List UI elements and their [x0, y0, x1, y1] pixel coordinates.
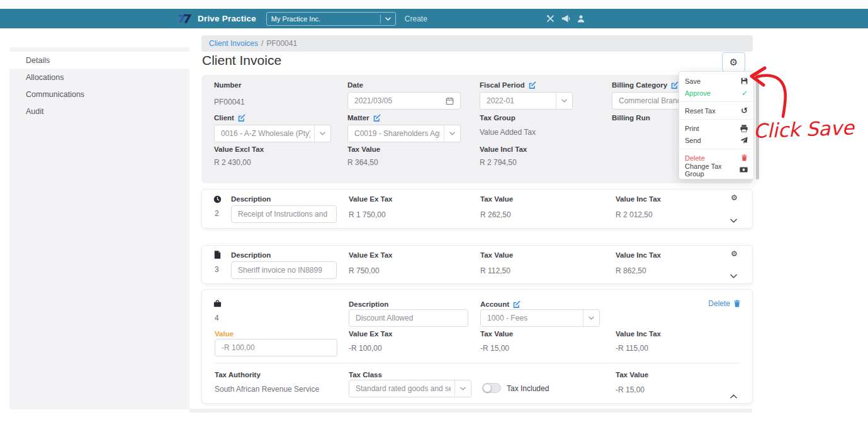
tax-value-label: Tax Value: [480, 195, 513, 203]
chevron-down-icon: [385, 17, 391, 21]
breadcrumb-link[interactable]: Client Invoices: [209, 39, 258, 48]
row-actions-gear-icon[interactable]: ⚙: [731, 249, 738, 258]
row-actions-gear-icon[interactable]: ⚙: [731, 193, 738, 202]
annotation-arrow: [757, 76, 786, 117]
chevron-down-icon: [444, 125, 460, 142]
line-item-card-2: 2 Description Value Ex Tax R 1 750,00 Ta…: [201, 189, 753, 229]
collapse-chevron-up-icon[interactable]: [730, 394, 737, 399]
menu-item-change-tax-group[interactable]: Change Tax Group: [679, 164, 753, 176]
sidebar-item-audit[interactable]: Audit: [9, 103, 189, 120]
selector-divider: [380, 14, 381, 23]
tax-class-select[interactable]: Standard rated goods and services -...: [349, 380, 471, 397]
account-label: Account: [480, 300, 521, 308]
description-input[interactable]: [231, 261, 337, 279]
account-select[interactable]: 1000 - Fees: [480, 309, 600, 327]
check-icon: ✓: [741, 89, 748, 98]
page-title: Client Invoice: [202, 53, 281, 68]
value-input[interactable]: [215, 339, 337, 356]
fiscal-period-select[interactable]: 2022-01: [480, 92, 573, 110]
edit-icon[interactable]: [238, 114, 245, 122]
tools-icon[interactable]: [546, 14, 555, 23]
tax-value-label: Tax Value: [616, 371, 648, 379]
date-input[interactable]: 2021/03/05: [347, 92, 461, 110]
date-label: Date: [347, 81, 363, 89]
description-input[interactable]: [231, 205, 337, 223]
billing-category-label: Billing Category: [612, 81, 679, 89]
tax-value-label: Tax Value: [480, 251, 513, 259]
user-icon[interactable]: [577, 14, 585, 23]
breadcrumb-current: PF00041: [266, 39, 297, 48]
client-select[interactable]: 0016 - A-Z Wholesale (Pty) Ltd: [214, 125, 331, 142]
create-menu[interactable]: Create: [405, 14, 427, 23]
menu-item-print[interactable]: Print: [679, 122, 753, 134]
description-label: Description: [231, 195, 271, 203]
description-label: Description: [349, 300, 388, 308]
invoice-actions-menu: Save Approve ✓ Reset Tax ↺ Print Send: [679, 71, 754, 179]
menu-divider: [679, 119, 753, 120]
chevron-down-icon: [314, 125, 330, 142]
trash-icon: [741, 154, 748, 161]
tax-value-label: Tax Value: [347, 145, 380, 153]
value-inc-tax-value: R 2 012,50: [616, 210, 653, 219]
billing-run-label: Billing Run: [612, 114, 650, 122]
expand-chevron-down-icon[interactable]: [730, 219, 737, 223]
tax-value-label: Tax Value: [480, 330, 513, 338]
delete-line-link[interactable]: Delete: [708, 299, 741, 308]
matter-label: Matter: [347, 114, 381, 122]
sidebar-item-details[interactable]: Details: [9, 52, 189, 69]
row-number: 4: [215, 314, 219, 322]
tax-group-label: Tax Group: [480, 114, 516, 122]
value-inc-tax-value: -R 115,00: [616, 344, 648, 353]
practice-selector-value: My Practice Inc.: [271, 15, 376, 23]
menu-item-approve[interactable]: Approve ✓: [679, 87, 753, 99]
value-ex-tax-value: R 1 750,00: [349, 210, 386, 219]
breadcrumb-separator: /: [261, 39, 263, 48]
value-inc-tax-label: Value Inc Tax: [616, 251, 661, 259]
value-ex-tax-label: Value Ex Tax: [349, 251, 392, 259]
tax-value-value: -R 15,00: [480, 344, 509, 353]
tax-class-label: Tax Class: [349, 371, 382, 379]
edit-icon[interactable]: [373, 114, 381, 122]
printer-icon: [740, 125, 748, 132]
menu-item-send[interactable]: Send: [679, 134, 753, 146]
edit-icon[interactable]: [529, 81, 536, 89]
clock-icon: [213, 195, 222, 203]
menu-divider: [679, 101, 753, 102]
value-ex-tax-value: R 750,00: [349, 266, 380, 275]
tax-included-toggle[interactable]: [482, 383, 501, 393]
expand-chevron-down-icon[interactable]: [730, 274, 737, 278]
invoice-actions-button[interactable]: ⚙: [722, 52, 745, 72]
chevron-down-icon: [454, 380, 471, 397]
megaphone-icon[interactable]: [561, 14, 570, 23]
banknote-icon: [740, 167, 748, 173]
value-incl-tax-label: Value Incl Tax: [480, 145, 527, 153]
menu-item-reset-tax[interactable]: Reset Tax ↺: [679, 105, 753, 117]
value-incl-tax-value: R 2 794,50: [480, 158, 517, 167]
description-input[interactable]: [349, 309, 468, 327]
menu-item-save[interactable]: Save: [679, 75, 753, 87]
tax-authority-label: Tax Authority: [215, 371, 261, 379]
tax-value-value: -R 15,00: [616, 385, 645, 394]
scrollbar-thumb[interactable]: [756, 72, 759, 179]
edit-icon[interactable]: [513, 300, 521, 308]
calendar-icon: [446, 97, 454, 105]
discount-item-card-4: 4 Description Account 1000 - Fees Delete…: [201, 289, 753, 404]
matter-select[interactable]: C0019 - Shareholders Agreement: A...: [347, 125, 461, 142]
sidebar-item-communications[interactable]: Communications: [9, 86, 189, 103]
left-sidebar: Details Allocations Communications Audit: [9, 47, 189, 409]
practice-selector[interactable]: My Practice Inc.: [266, 12, 396, 26]
client-label: Client: [214, 114, 245, 122]
gear-icon: ⚙: [730, 57, 738, 68]
tax-value-value: R 112,50: [480, 266, 510, 275]
toggle-knob: [483, 384, 492, 392]
line-item-card-3: 3 Description Value Ex Tax R 750,00 Tax …: [201, 245, 753, 284]
number-label: Number: [214, 81, 241, 89]
value-inc-tax-value: R 862,50: [616, 266, 646, 275]
edit-icon[interactable]: [671, 81, 679, 89]
sidebar-item-allocations[interactable]: Allocations: [9, 69, 189, 86]
top-navbar: Drive Practice My Practice Inc. Create: [0, 9, 868, 28]
section-divider: [215, 363, 740, 363]
invoice-header-card: Number PF00041 Date 2021/03/05 Fiscal Pe…: [201, 75, 753, 183]
next-section-edge: [189, 409, 752, 413]
value-inc-tax-label: Value Inc Tax: [616, 195, 661, 203]
